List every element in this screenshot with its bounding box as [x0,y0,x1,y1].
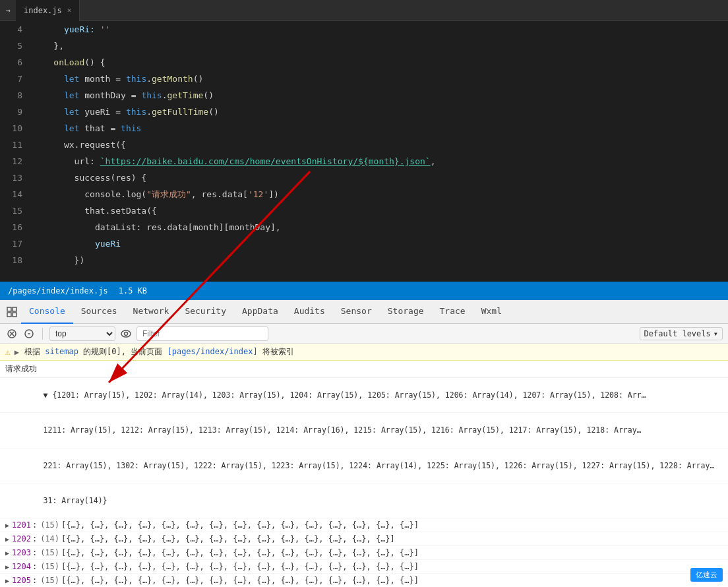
devtools-inspect-btn[interactable] [5,305,18,319]
entry-key: 1202 [12,534,31,543]
devtools-tab-appdata[interactable]: AppData [234,300,286,324]
devtools-tab-network[interactable]: Network [125,300,177,324]
object-expand-1[interactable]: ▼ [44,390,53,400]
console-filter-input[interactable] [136,326,268,341]
code-token: this [126,74,146,84]
sitemap-link: sitemap [45,347,78,356]
code-token: let [64,107,79,117]
code-token: "请求成功" [146,189,191,199]
line-content: }) [33,255,84,265]
line-number: 6 [0,57,33,67]
tab-scroll-arrow[interactable]: → [0,0,16,21]
code-token [33,123,64,133]
expand-arrow-icon: ▶ [5,522,9,529]
entry-colon: : [32,562,37,571]
line-content: let yueRi = this.getFullTime() [33,107,219,117]
code-token: getMonth [152,74,193,84]
default-levels-dropdown[interactable]: Default levels ▾ [640,327,723,340]
entry-key: 1205 [12,576,31,585]
code-token: getTime [167,90,204,100]
list-item[interactable]: ▶ 1205 : (15) [{…}, {…}, {…}, {…}, {…}, … [0,574,728,587]
code-line: 13 success(res) { [0,170,728,186]
context-selector[interactable]: top [49,326,115,341]
file-tab[interactable]: index.js × [16,0,80,21]
line-content: console.log("请求成功", res.data['12']) [33,189,279,201]
line-number: 18 [0,255,33,265]
devtools-tab-sensor[interactable]: Sensor [333,300,380,324]
request-success-label: 请求成功 [5,364,37,373]
code-line: 7 let month = this.getMonth() [0,71,728,87]
tab-close-button[interactable]: × [67,6,72,15]
expand-arrow-icon: ▶ [5,577,9,584]
devtools-tab-security[interactable]: Security [177,300,234,324]
line-number: 14 [0,189,33,199]
devtools-tab-storage[interactable]: Storage [380,300,432,324]
warning-message[interactable]: ⚠ ▶ 根据 sitemap 的规则[0], 当前页面 [pages/index… [0,344,728,361]
devtools-tab-console[interactable]: Console [21,300,73,324]
line-content: let that = this [33,123,141,133]
devtools-tab-bar: ConsoleSourcesNetworkSecurityAppDataAudi… [0,300,728,324]
code-token [33,107,64,117]
entry-key: 1204 [12,562,31,571]
devtools-tab-wxml[interactable]: Wxml [473,300,510,324]
code-token: yueRi = [79,107,125,117]
code-token: success(res) { [33,173,146,183]
code-token: , [431,156,436,166]
line-number: 8 [0,90,33,100]
line-content: yueRi [33,239,121,249]
line-number: 15 [0,206,33,216]
tab-bar: → index.js × [0,0,728,21]
entry-colon: : [32,534,37,543]
code-line: 6 onLoad() { [0,54,728,71]
devtools-tab-sources[interactable]: Sources [73,300,125,324]
line-number: 13 [0,173,33,183]
code-line: 17 yueRi [0,235,728,252]
devtools-tab-audits[interactable]: Audits [286,300,333,324]
svg-point-10 [125,332,128,335]
code-line: 11 wx.request({ [0,137,728,153]
code-line: 12 url: `https://baike.baidu.com/cms/hom… [0,153,728,170]
code-line: 16 dataList: res.data[month][monthDay], [0,219,728,235]
line-content: yueRi: '' [33,24,110,34]
entry-count: (15) [40,576,59,585]
code-token: . [162,90,167,100]
code-line: 5 }, [0,38,728,54]
list-item[interactable]: ▶ 1204 : (15) [{…}, {…}, {…}, {…}, {…}, … [0,560,728,574]
code-token: () [208,107,219,117]
object-preview-3: 221: Array(15), 1302: Array(15), 1222: A… [0,448,728,483]
code-token: dataList: res.data[month][monthDay], [33,222,281,232]
code-token: () [203,90,214,100]
warning-expand-arrow[interactable]: ▶ [15,348,19,357]
stop-recording-button[interactable] [22,327,36,340]
file-path: /pages/index/index.js [8,286,108,295]
expand-arrow-icon: ▶ [5,563,9,571]
clear-console-button[interactable] [5,327,18,340]
line-content: wx.request({ [33,140,126,150]
code-token: that.setData({ [33,206,157,216]
code-line: 9 let yueRi = this.getFullTime() [0,104,728,120]
code-token: let [64,90,79,100]
code-token: () [193,74,204,84]
code-line: 14 console.log("请求成功", res.data['12']) [0,186,728,202]
svg-rect-1 [13,307,16,311]
eye-button[interactable] [119,327,133,340]
code-token: url: [33,156,100,166]
code-token: ]) [268,189,279,199]
tab-filename: index.js [24,6,62,15]
code-token: . [146,74,152,84]
code-line: 4 yueRi: '' [0,21,728,38]
devtools-tab-trace[interactable]: Trace [432,300,473,324]
code-line: 8 let monthDay = this.getTime() [0,87,728,104]
code-token: monthDay = [79,90,141,100]
list-item[interactable]: ▶ 1203 : (15) [{…}, {…}, {…}, {…}, {…}, … [0,546,728,560]
list-item[interactable]: ▶ 1201 : (15) [{…}, {…}, {…}, {…}, {…}, … [0,518,728,532]
code-token: '' [100,24,111,34]
line-content: dataList: res.data[month][monthDay], [33,222,281,232]
line-number: 9 [0,107,33,117]
line-number: 17 [0,239,33,249]
toolbar-divider [42,328,43,340]
entry-items: [{…}, {…}, {…}, {…}, {…}, {…}, {…}, {…},… [61,520,419,530]
list-item[interactable]: ▶ 1202 : (14) [{…}, {…}, {…}, {…}, {…}, … [0,532,728,546]
entry-items: [{…}, {…}, {…}, {…}, {…}, {…}, {…}, {…},… [61,534,395,543]
request-success-text: 请求成功 [0,361,728,378]
